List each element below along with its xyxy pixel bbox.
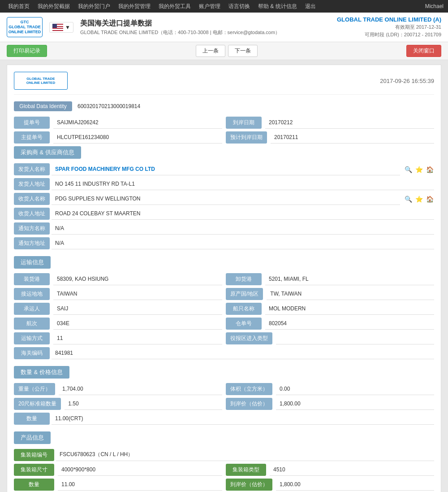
search-icon[interactable]: 🔍	[404, 165, 413, 174]
notify-addr-value: N/A	[52, 238, 434, 249]
customs-zone-col: 役报区进入类型	[226, 332, 434, 344]
vessel-label: 船只名称	[226, 303, 262, 315]
shipper-name-value: SPAR FOOD MACHINERY MFG CO LTD	[52, 164, 400, 175]
transport-title-row: 运输信息	[14, 256, 434, 269]
container-no-label: 集装箱编号	[14, 449, 54, 461]
record-date: 2017-09-26 16:55:39	[380, 78, 434, 84]
consignee-name-label: 收货人名称	[14, 193, 50, 205]
consignee-home-icon[interactable]: 🏠	[425, 195, 434, 204]
shipper-name-label: 发货人名称	[14, 163, 50, 175]
close-button-top[interactable]: 关闭窗口	[406, 45, 441, 57]
origin-value: TW, TAIWAN	[267, 288, 434, 300]
product-title-row: 产品信息	[14, 431, 434, 444]
record-logo: GLOBAL TRADEONLINE LIMITED	[14, 72, 68, 90]
product-qty-value: 11.00	[58, 479, 222, 491]
container-size-value: 4000*900*800	[58, 464, 222, 476]
nav-trade-tools[interactable]: 我的外贸工具	[155, 0, 194, 13]
discharge-port-label: 卸货港	[226, 273, 262, 285]
transport-title: 运输信息	[14, 256, 51, 269]
loading-country-label: 接运地地	[14, 288, 50, 300]
notify-addr-label: 通知方地址	[14, 237, 50, 249]
std-container-label: 20尺标准箱数量	[14, 398, 61, 410]
qty-price-title: 数量 & 价格信息	[14, 366, 69, 379]
logo-text: GTCGLOBAL TRADEONLINE LIMITED	[9, 20, 41, 34]
carrier-col: 承运人 SAIJ	[14, 303, 222, 315]
ldr-info: 可用时段 (LDR)：200712 - 201709	[337, 31, 441, 38]
shipper-addr-row: 发货人地址 NO 145 11 INDUSTRY RD TA-L1	[14, 178, 434, 190]
nav-trade-portal[interactable]: 我的外贸门户	[74, 0, 114, 13]
consignee-star-icon[interactable]: ⭐	[414, 195, 423, 204]
top-navigation: 我的首页 我的外贸截据 我的外贸门户 我的外贸管理 我的外贸工具 账户管理 语言…	[0, 0, 448, 13]
main-content: GLOBAL TRADEONLINE LIMITED 2017-09-26 16…	[0, 60, 448, 492]
volume-col: 体积（立方米） 0.00	[226, 383, 434, 395]
master-bill-col: 主提单号 HLCUTPE161234080	[14, 131, 222, 144]
cif-price-label: 到岸价（估价）	[226, 398, 272, 410]
gdi-label: Global Data Identity	[14, 101, 72, 111]
notify-name-value: N/A	[52, 223, 434, 235]
shipper-addr-value: NO 145 11 INDUSTRY RD TA-L1	[52, 179, 434, 190]
buyer-supplier-title: 采购商 & 供应商信息	[14, 146, 81, 159]
expire-date: 2017-12-31	[416, 24, 441, 30]
carrier-value: SAIJ	[53, 303, 222, 315]
expire-label: 有效期至	[395, 24, 415, 30]
volume-label: 体积（立方米）	[226, 383, 272, 395]
container-type-value: 4510	[270, 464, 434, 476]
est-arrival-value: 20170211	[271, 132, 434, 144]
product-qty-cif-row: 数量 11.00 到岸价（估价） 1,800.00	[14, 479, 434, 491]
nav-help-stats[interactable]: 帮助 & 统计信息	[254, 0, 301, 13]
carrier-row: 承运人 SAIJ 船只名称 MOL MODERN	[14, 303, 434, 315]
nav-trade-mgmt[interactable]: 我的外贸管理	[115, 0, 154, 13]
vessel-value: MOL MODERN	[265, 303, 434, 315]
est-arrival-col: 预计到岸日期 20170211	[226, 131, 434, 144]
bill-arrival-row: 提单号 SAIJMIAJ206242 到岸日期 20170212	[14, 117, 434, 129]
volume-value: 0.00	[276, 383, 434, 395]
next-button-top[interactable]: 下一条	[228, 45, 258, 57]
weight-label: 重量（公斤）	[14, 383, 55, 395]
buyer-supplier-section: 采购商 & 供应商信息 发货人名称 SPAR FOOD MACHINERY MF…	[14, 146, 434, 249]
cif-price-col: 到岸价（估价） 1,800.00	[226, 398, 434, 410]
transport-section: 运输信息 装货港 58309, KAO HSIUNG 卸货港 5201, MIA…	[14, 256, 434, 359]
country-row: 接运地地 TAIWAN 原产国/地区 TW, TAIWAN	[14, 288, 434, 300]
shipper-icons: 🔍 ⭐ 🏠	[404, 165, 434, 174]
consignee-name-row: 收货人名称 PDG SUPPLIES NV WELLINGTON 🔍 ⭐ 🏠	[14, 193, 434, 205]
origin-col: 原产国/地区 TW, TAIWAN	[226, 288, 434, 300]
dropdown-arrow: ▼	[65, 24, 70, 30]
nav-account-mgmt[interactable]: 账户管理	[195, 0, 224, 13]
consignee-search-icon[interactable]: 🔍	[404, 195, 413, 204]
star-icon[interactable]: ⭐	[414, 165, 423, 174]
home-icon[interactable]: 🏠	[425, 165, 434, 174]
top-toolbar: 打印易记录 上一条 下一条 关闭窗口	[0, 42, 448, 60]
product-qty-label: 数量	[14, 479, 54, 491]
prev-button-top[interactable]: 上一条	[196, 45, 225, 57]
weight-col: 重量（公斤） 1,704.00	[14, 383, 222, 395]
bol-label: 仓单号	[226, 318, 262, 330]
notify-name-label: 通知方名称	[14, 222, 50, 235]
weight-volume-row: 重量（公斤） 1,704.00 体积（立方米） 0.00	[14, 383, 434, 395]
notify-name-row: 通知方名称 N/A	[14, 222, 434, 235]
vessel-col: 船只名称 MOL MODERN	[226, 303, 434, 315]
std-container-value: 1.50	[65, 398, 222, 410]
quantity-price-section: 数量 & 价格信息 重量（公斤） 1,704.00 体积（立方米） 0.00 2…	[14, 366, 434, 425]
nav-lang-switch[interactable]: 语言切换	[225, 0, 254, 13]
product-section: 产品信息 集装箱编号 FSCU6780623（CN / L / HH） 集装箱尺…	[14, 431, 434, 492]
container-size-col: 集装箱尺寸 4000*900*800	[14, 464, 222, 476]
bill-no-col: 提单号 SAIJMIAJ206242	[14, 117, 222, 129]
transport-mode-value: 11	[53, 333, 222, 344]
transport-mode-label: 运输方式	[14, 332, 50, 344]
product-cif-value: 1,800.00	[276, 479, 434, 491]
nav-home[interactable]: 我的首页	[4, 0, 33, 13]
loading-port-col: 装货港 58309, KAO HSIUNG	[14, 273, 222, 285]
bill-no-label: 提单号	[14, 117, 50, 129]
master-bill-row: 主提单号 HLCUTPE161234080 预计到岸日期 20170211	[14, 131, 434, 144]
toolbar-right: 关闭窗口	[406, 45, 441, 57]
nav-logout[interactable]: 退出	[302, 0, 319, 13]
flag-selector[interactable]: ▼	[49, 22, 73, 33]
toolbar-center: 上一条 下一条	[196, 45, 258, 57]
shipper-name-row: 发货人名称 SPAR FOOD MACHINERY MFG CO LTD 🔍 ⭐…	[14, 163, 434, 175]
consignee-addr-row: 收货人地址 ROAD 24 COLEBAY ST MAARTEN	[14, 208, 434, 220]
notify-addr-row: 通知方地址 N/A	[14, 237, 434, 249]
container-size-type-row: 集装箱尺寸 4000*900*800 集装箱类型 4510	[14, 464, 434, 476]
container-type-label: 集装箱类型	[226, 464, 266, 476]
print-button-top[interactable]: 打印易记录	[7, 45, 47, 57]
nav-trade-data[interactable]: 我的外贸截据	[34, 0, 73, 13]
